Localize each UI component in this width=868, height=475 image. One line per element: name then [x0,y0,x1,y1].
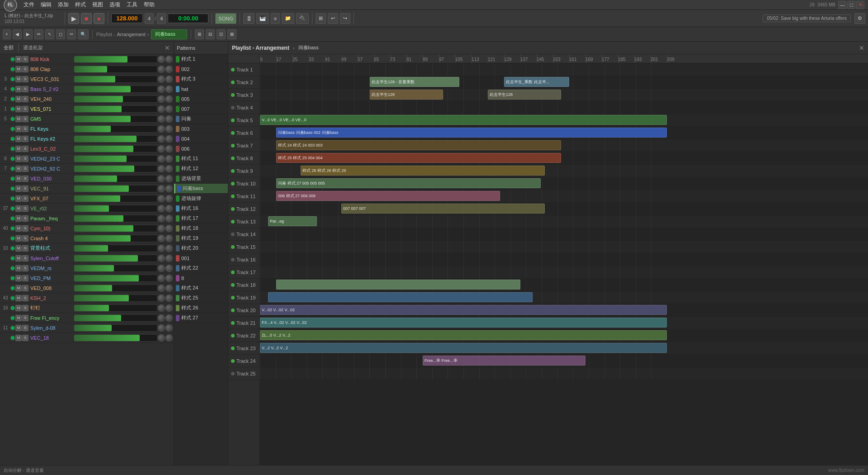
ch-fader[interactable] [74,304,157,312]
ch-fader[interactable] [74,225,157,232]
ch-solo[interactable]: S [22,275,28,281]
playlist-clip[interactable]: V...0 VE...0 VE...0 VE...0 [260,115,667,125]
time-sig-den[interactable]: 4 [157,13,166,24]
ch-vol-knob[interactable] [158,304,165,312]
ch-pan-knob[interactable] [165,66,173,73]
track-row[interactable] [260,228,868,241]
menu-style[interactable]: 样式 [75,1,86,9]
ch-vol-knob[interactable] [158,255,165,262]
track-row[interactable]: 007 007 007 [260,203,868,215]
ch-fader[interactable] [74,265,157,272]
channel-arrow-right[interactable]: ▶ [24,29,33,39]
playlist-clip[interactable]: V...02 V...02 V...02 [260,305,667,315]
draw-tool[interactable]: ✏ [34,29,43,39]
group-btn[interactable]: ⊞ [195,29,204,39]
ch-led[interactable] [10,306,15,310]
ch-fader[interactable] [74,195,157,202]
ch-mute[interactable]: M [15,66,22,72]
pattern-item[interactable]: hat [174,84,228,94]
track-label[interactable]: Track 5 [228,114,259,127]
menu-file[interactable]: 文件 [24,1,34,9]
ch-led[interactable] [10,186,15,191]
ch-fader[interactable] [74,275,157,282]
browser-btn[interactable]: 📁 [282,13,294,24]
ch-name[interactable]: 808 Clap [29,66,73,72]
ch-name[interactable]: VED_PM [29,276,73,281]
ch-solo[interactable]: S [22,285,28,291]
ch-fader[interactable] [74,95,157,103]
ch-vol-knob[interactable] [158,145,165,152]
pattern-item[interactable]: 001 [174,253,228,263]
channel-row[interactable]: 2 M S VEH_240 [0,94,174,104]
ch-solo[interactable]: S [22,156,28,162]
playlist-clip[interactable]: 006 样式 27 006 006 [276,191,500,201]
piano-btn[interactable]: 🎹 [256,13,269,24]
ch-led[interactable] [10,256,15,261]
ch-led[interactable] [10,137,15,141]
ch-led[interactable] [10,296,15,300]
ch-mute[interactable]: M [15,56,22,62]
ch-vol-knob[interactable] [158,294,165,302]
playlist-clip[interactable]: Par...eg [268,216,317,226]
ch-fader[interactable] [74,105,157,113]
ch-pan-knob[interactable] [165,215,173,222]
ch-mute[interactable]: M [15,305,22,311]
track-row[interactable]: Free...率 Free...率 [260,355,868,367]
ch-fader[interactable] [74,245,157,252]
playlist-clip[interactable]: Free...率 Free...率 [423,356,585,366]
channel-row[interactable]: 16 M S 钉钉 [0,303,174,313]
channel-row[interactable]: 1 M S VES_071 [0,104,174,114]
track-row[interactable] [260,241,868,253]
ch-mute[interactable]: M [15,275,22,281]
ch-pan-knob[interactable] [165,165,173,172]
ch-pan-knob[interactable] [165,265,173,272]
pattern-item[interactable]: 样式 12 [174,164,228,174]
track-label[interactable]: Track 23 [228,342,259,355]
ch-mute[interactable]: M [15,86,22,92]
ch-led[interactable] [10,286,15,290]
channel-row[interactable]: M S VED_008 [0,283,174,293]
channel-row[interactable]: M S VFX_07 [0,194,174,204]
track-label[interactable]: Track 25 [228,367,259,380]
channel-row[interactable]: 8 M S VEDH2_23 C [0,154,174,164]
ch-led[interactable] [10,147,15,151]
ch-name[interactable]: 背景柱式 [29,245,73,252]
ch-led[interactable] [10,196,15,201]
playlist-clip[interactable]: ZL...5 V...2 V...2 [260,330,667,340]
ch-vol-knob[interactable] [158,135,165,142]
playlist-clip[interactable] [268,292,533,302]
track-row[interactable]: 样式 24 样式 24 003 003 [260,139,868,152]
ch-mute[interactable]: M [15,76,22,82]
ch-name[interactable]: Bass S_2 #2 [29,86,73,92]
channel-row[interactable]: M S VEDM_rs [0,263,174,273]
ch-fader[interactable] [74,334,157,342]
ch-vol-knob[interactable] [158,185,165,192]
ch-led[interactable] [10,127,15,131]
ch-pan-knob[interactable] [165,56,173,63]
track-label[interactable]: Track 24 [228,355,259,367]
menu-view[interactable]: 视图 [92,1,103,9]
menu-help[interactable]: 帮助 [144,1,155,9]
erase-tool[interactable]: ◻ [56,29,65,39]
playlist-clip[interactable]: 样式 25 样式 25 004 004 [276,153,561,163]
ch-mute[interactable]: M [15,225,22,232]
menu-edit[interactable]: 编辑 [41,1,52,9]
ch-pan-knob[interactable] [165,185,173,192]
track-row[interactable]: 此去半生128 - 音量乘数此去半生_乘数 此去半... [260,76,868,89]
playlist-clip[interactable]: 007 007 007 [341,204,545,214]
ch-mute[interactable]: M [15,215,22,222]
ch-name[interactable]: Crash 4 [29,236,73,241]
channel-row[interactable]: M S FL Keys #2 [0,134,174,144]
detach-btn[interactable]: ⊠ [227,29,236,39]
ch-name[interactable]: Lev3_C_02 [29,146,73,152]
ch-fader[interactable] [74,165,157,172]
ch-solo[interactable]: S [22,106,28,112]
pattern-item[interactable]: 进场背景 [174,174,228,184]
ch-vol-knob[interactable] [158,205,165,212]
ch-pan-knob[interactable] [165,135,173,142]
ch-led[interactable] [10,117,15,121]
ch-name[interactable]: Free Fi_ency [29,315,73,321]
channel-row[interactable]: M S VEC_18 [0,333,174,343]
ch-fader[interactable] [74,56,157,63]
ch-solo[interactable]: S [22,245,28,252]
